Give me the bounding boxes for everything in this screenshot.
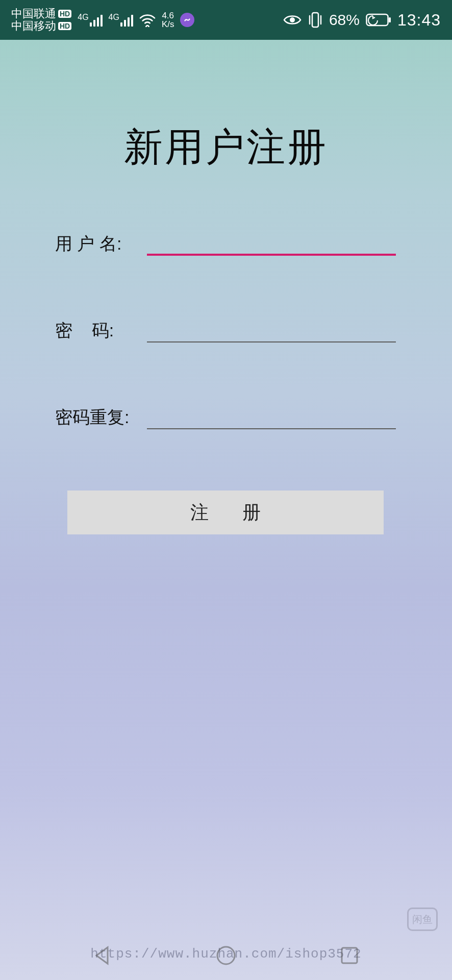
status-bar: 中国联通 HD 中国移动 HD 4G 4G 4.6 K/ xyxy=(0,0,452,40)
signal-1: 4G xyxy=(78,13,102,27)
navigation-bar xyxy=(0,931,452,980)
recent-apps-button[interactable] xyxy=(334,940,365,971)
svg-point-4 xyxy=(217,947,235,964)
username-input[interactable] xyxy=(147,230,396,256)
net-speed-value: 4.6 xyxy=(162,11,174,20)
home-button[interactable] xyxy=(211,940,241,971)
signal-2: 4G xyxy=(109,13,133,27)
carrier-1: 中国联通 xyxy=(11,8,56,20)
vibrate-icon xyxy=(308,11,323,29)
wifi-icon xyxy=(139,13,156,27)
signal-gen-1: 4G xyxy=(78,13,88,21)
net-speed-unit: K/s xyxy=(162,20,174,29)
triangle-back-icon xyxy=(91,944,114,967)
svg-rect-3 xyxy=(389,17,391,22)
status-right: 68% 13:43 xyxy=(283,11,441,30)
eye-icon xyxy=(283,14,302,26)
carrier-labels: 中国联通 HD 中国移动 HD xyxy=(11,8,71,32)
svg-rect-5 xyxy=(342,948,357,963)
battery-percent: 68% xyxy=(329,11,360,29)
xianyu-watermark-icon: 闲鱼 xyxy=(407,908,438,931)
square-recent-icon xyxy=(338,944,361,967)
clock: 13:43 xyxy=(397,11,441,30)
screen: 中国联通 HD 中国移动 HD 4G 4G 4.6 K/ xyxy=(0,0,452,980)
battery-icon xyxy=(366,13,391,27)
username-row: 用 户 名: xyxy=(55,230,396,256)
password-input[interactable] xyxy=(147,317,396,342)
signal-gen-2: 4G xyxy=(109,13,119,21)
password-repeat-row: 密码重复: xyxy=(55,404,396,429)
carrier-2: 中国移动 xyxy=(11,20,56,32)
content: 新用户注册 用 户 名: 密 码: 密码重复: 注 册 闲鱼 https://w… xyxy=(0,40,452,980)
circle-home-icon xyxy=(215,944,237,967)
password-row: 密 码: xyxy=(55,317,396,342)
register-button[interactable]: 注 册 xyxy=(67,491,384,534)
page-title: 新用户注册 xyxy=(0,121,452,174)
hd-badge-2: HD xyxy=(58,22,71,30)
signal-bars-icon xyxy=(120,13,133,27)
password-repeat-label: 密码重复: xyxy=(55,406,147,429)
hd-badge-1: HD xyxy=(58,10,71,18)
status-left: 中国联通 HD 中国移动 HD 4G 4G 4.6 K/ xyxy=(11,8,194,32)
svg-point-0 xyxy=(290,17,295,22)
password-label: 密 码: xyxy=(55,319,147,342)
registration-form: 用 户 名: 密 码: 密码重复: 注 册 xyxy=(0,230,452,534)
username-label: 用 户 名: xyxy=(55,232,147,256)
back-button[interactable] xyxy=(87,940,118,971)
svg-rect-1 xyxy=(312,13,318,27)
app-indicator-icon xyxy=(180,13,194,27)
signal-bars-icon xyxy=(90,13,103,27)
network-speed: 4.6 K/s xyxy=(162,11,174,29)
password-repeat-input[interactable] xyxy=(147,404,396,429)
